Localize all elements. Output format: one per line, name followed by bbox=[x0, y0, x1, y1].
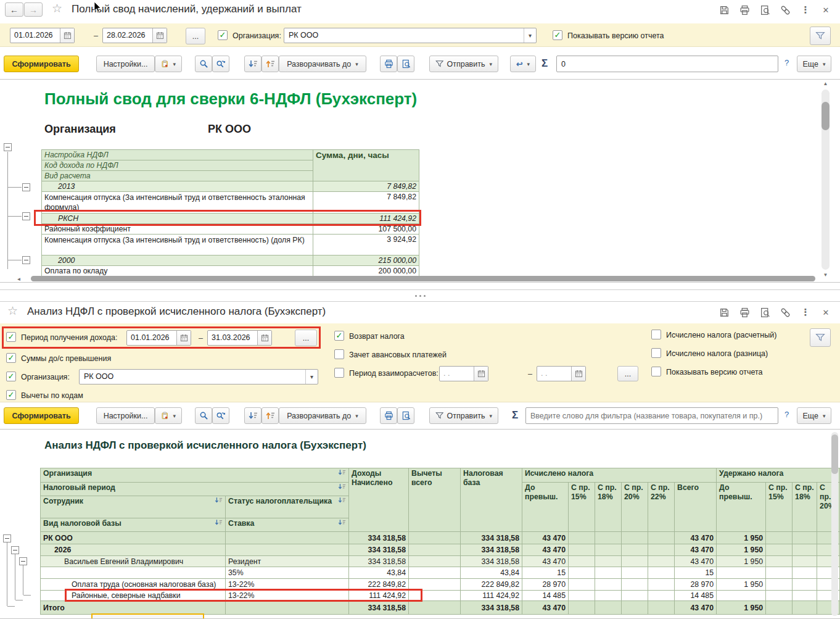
column-header-calc-before[interactable]: До превыш. bbox=[522, 483, 569, 532]
period-to-value[interactable]: 28.02.2026 bbox=[103, 28, 152, 43]
cell[interactable]: 1 950 bbox=[717, 544, 766, 556]
period-to-field[interactable]: 28.02.2026 bbox=[102, 28, 167, 43]
cell[interactable]: 334 318,58 bbox=[349, 556, 409, 567]
cell[interactable] bbox=[648, 556, 675, 567]
sort-icon[interactable] bbox=[215, 497, 223, 507]
vertical-scrollbar[interactable] bbox=[831, 431, 839, 618]
cell[interactable] bbox=[648, 567, 675, 579]
cell[interactable] bbox=[226, 544, 349, 556]
column-header-calc-group[interactable]: Исчислено налога bbox=[522, 468, 717, 483]
cell[interactable] bbox=[595, 591, 622, 601]
column-header-deductions[interactable]: Вычетывсего bbox=[409, 468, 461, 532]
income-period-to-field[interactable]: 31.03.2026 bbox=[207, 330, 272, 346]
cell[interactable] bbox=[622, 556, 648, 567]
group-collapse-box[interactable] bbox=[19, 557, 27, 565]
cell[interactable]: 334 318,58 bbox=[461, 556, 522, 567]
filter-settings-button[interactable] bbox=[810, 328, 831, 347]
cell[interactable] bbox=[569, 579, 595, 591]
cell[interactable]: 1 950 bbox=[717, 532, 766, 544]
cell[interactable]: 334 318,58 bbox=[349, 532, 409, 544]
cell[interactable]: 43 470 bbox=[522, 544, 569, 556]
settlement-to-value[interactable]: . . bbox=[537, 367, 571, 381]
save-icon[interactable] bbox=[719, 4, 730, 15]
generate-button[interactable]: Сформировать bbox=[4, 56, 79, 72]
cell[interactable] bbox=[793, 591, 817, 601]
cell[interactable]: 43 470 bbox=[522, 601, 569, 615]
cell[interactable] bbox=[226, 601, 349, 615]
scroll-thumb[interactable] bbox=[821, 102, 830, 130]
group-collapse-box[interactable] bbox=[11, 546, 19, 554]
income-period-to-value[interactable]: 31.03.2026 bbox=[208, 331, 257, 345]
cell[interactable]: 334 318,58 bbox=[349, 601, 409, 615]
advance-offset-checkbox[interactable] bbox=[334, 349, 344, 359]
back-button[interactable]: ← bbox=[5, 2, 23, 17]
cell[interactable]: Васильев Евгений Владимирович bbox=[41, 556, 226, 567]
cell[interactable] bbox=[766, 556, 793, 567]
income-period-checkbox[interactable]: ✓ bbox=[6, 332, 16, 342]
vertical-scrollbar[interactable]: ▲ ▼ bbox=[821, 81, 830, 281]
cell[interactable] bbox=[226, 532, 349, 544]
cell[interactable]: Оплата по окладу bbox=[42, 266, 313, 276]
cell[interactable] bbox=[793, 544, 817, 556]
cell[interactable] bbox=[595, 556, 622, 567]
cell[interactable] bbox=[569, 532, 595, 544]
cell[interactable]: 2000 bbox=[42, 255, 313, 266]
favorite-star-icon[interactable]: ☆ bbox=[7, 305, 18, 317]
selected-cell[interactable] bbox=[91, 613, 204, 619]
column-header-calc-15[interactable]: С пр. 15% bbox=[569, 483, 595, 532]
history-button[interactable]: ↩▾ bbox=[510, 56, 536, 72]
cell[interactable]: 1 950 bbox=[717, 601, 766, 615]
send-button[interactable]: Отправить▾ bbox=[429, 56, 498, 72]
cell[interactable] bbox=[766, 544, 793, 556]
search-next-button[interactable] bbox=[212, 56, 229, 72]
group-collapse-box[interactable] bbox=[3, 534, 11, 542]
calendar-icon[interactable] bbox=[257, 331, 271, 345]
cell[interactable] bbox=[622, 532, 648, 544]
cell[interactable] bbox=[569, 591, 595, 601]
more-button[interactable]: Еще▾ bbox=[797, 407, 831, 424]
settlement-variants-button[interactable]: ... bbox=[617, 366, 638, 381]
sort-desc-button[interactable] bbox=[244, 56, 261, 72]
cell[interactable]: Итого bbox=[41, 601, 226, 615]
cell[interactable] bbox=[622, 579, 648, 591]
cell[interactable]: 13-22% bbox=[226, 591, 349, 601]
settlement-to-field[interactable]: . . bbox=[537, 366, 586, 381]
column-header-income[interactable]: ДоходыНачислено bbox=[349, 468, 409, 532]
income-period-from-value[interactable]: 01.01.2026 bbox=[127, 331, 176, 345]
cell[interactable]: 14 485 bbox=[675, 591, 717, 601]
dropdown-arrow-icon[interactable]: ▾ bbox=[305, 370, 318, 384]
cell[interactable] bbox=[595, 532, 622, 544]
sort-asc-button[interactable] bbox=[261, 56, 279, 72]
save-icon[interactable] bbox=[719, 307, 730, 318]
calendar-icon[interactable] bbox=[152, 28, 167, 43]
cell[interactable] bbox=[648, 544, 675, 556]
cell[interactable] bbox=[766, 591, 793, 601]
column-header-org[interactable]: Организация bbox=[41, 468, 349, 483]
cell[interactable]: Код дохода по НДФЛ bbox=[42, 160, 313, 171]
more-menu-icon[interactable]: ⋮ bbox=[800, 307, 811, 318]
column-header-calc-18[interactable]: С пр. 18% bbox=[595, 483, 622, 532]
cell[interactable]: 111 424,92 bbox=[313, 214, 419, 224]
cell[interactable]: 334 318,58 bbox=[461, 601, 522, 615]
cell[interactable]: РК ООО bbox=[41, 532, 226, 544]
cell[interactable]: РКСН bbox=[42, 214, 313, 224]
scroll-thumb[interactable] bbox=[831, 434, 838, 474]
cell[interactable] bbox=[622, 591, 648, 601]
sort-icon[interactable] bbox=[215, 519, 223, 529]
cell[interactable] bbox=[595, 567, 622, 579]
cell[interactable] bbox=[409, 567, 461, 579]
column-header-withheld-before[interactable]: До превыш. bbox=[717, 483, 766, 532]
cell[interactable]: 43,84 bbox=[461, 567, 522, 579]
column-header-withheld-group[interactable]: Удержано налога bbox=[717, 468, 840, 483]
cell[interactable] bbox=[569, 544, 595, 556]
cell[interactable]: Вид расчета bbox=[42, 171, 313, 181]
cell[interactable]: 334 318,58 bbox=[461, 544, 522, 556]
close-icon[interactable]: ✕ bbox=[820, 4, 831, 15]
cell[interactable]: 107 500,00 bbox=[313, 224, 419, 235]
calendar-icon[interactable] bbox=[474, 367, 488, 381]
filter-settings-button[interactable] bbox=[810, 27, 831, 45]
cell[interactable] bbox=[409, 579, 461, 591]
column-header-calc-22[interactable]: С пр. 22% bbox=[648, 483, 675, 532]
cell[interactable] bbox=[595, 579, 622, 591]
search-button[interactable] bbox=[195, 407, 212, 424]
